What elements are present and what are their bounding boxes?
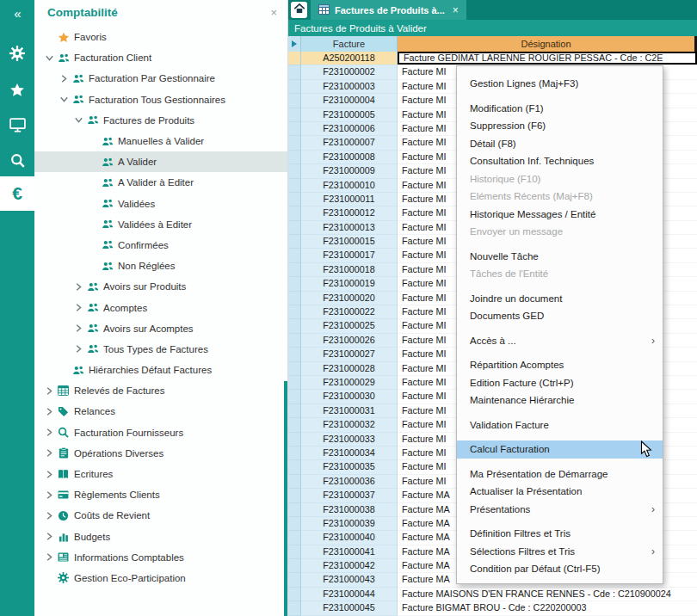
sidebar-item-acomptes[interactable]: Acomptes [34,297,287,317]
facture-cell[interactable]: F231000031 [301,404,398,418]
chevron-right-icon[interactable] [43,428,56,436]
facture-cell[interactable]: F231000019 [301,277,398,291]
settings-nav-button[interactable] [0,40,34,71]
facture-cell[interactable]: F231000015 [301,235,398,249]
row-selector-cell[interactable] [288,334,301,348]
sidebar-item-tous-types-de-factures[interactable]: Tous Types de Factures [34,339,287,360]
facture-cell[interactable]: A250200118 [301,52,398,65]
sidebar-item-facturation-client[interactable]: Facturation Client [34,47,287,68]
row-selector-cell[interactable] [288,503,301,517]
row-selector-cell[interactable] [288,52,301,65]
facture-cell[interactable]: F231000042 [301,559,398,573]
sidebar-item-facturation-tous-gestionnaires[interactable]: Facturation Tous Gestionnaires [34,89,287,110]
row-selector-cell[interactable] [288,517,301,531]
designation-cell[interactable]: Facture BIGMAT BROU - Cde : C220200003 [398,601,697,615]
row-selector-cell[interactable] [288,164,301,178]
row-selector-cell[interactable] [288,206,301,220]
chevron-right-icon[interactable] [43,553,56,561]
facture-cell[interactable]: F231000003 [301,80,398,94]
menu-item-condition-par-defaut-ctrl-f5[interactable]: Condition par Défaut (Ctrl-F5) [457,560,663,578]
sidebar-item-reglements-clients[interactable]: Règlements Clients [34,484,287,505]
row-selector-cell[interactable] [288,348,301,361]
sidebar-item-favoris[interactable]: Favoris [34,27,287,47]
menu-item-suppression-f6[interactable]: Suppression (F6) [457,117,663,135]
sidebar-item-hierarchies-defaut-factures[interactable]: Hiérarchies Défaut Factures [34,360,287,380]
row-selector-cell[interactable] [288,80,301,94]
facture-cell[interactable]: F231000036 [301,475,398,489]
menu-item-presentations[interactable]: Présentations› [457,501,663,519]
sidebar-item-avoirs-sur-produits[interactable]: Avoirs sur Produits [34,276,287,297]
sidebar-item-validees[interactable]: Validées [34,194,287,214]
chevron-right-icon[interactable] [43,408,56,416]
collapse-panel-button[interactable]: « [0,2,34,24]
sidebar-item-gestion-eco-participation[interactable]: Gestion Eco-Participation [34,568,287,588]
sidebar-scrollbar-thumb[interactable] [284,381,287,616]
chevron-right-icon[interactable] [43,449,56,457]
facture-cell[interactable]: F231000013 [301,221,398,235]
menu-item-validation-facture[interactable]: Validation Facture [457,416,663,434]
tab-close-icon[interactable]: × [453,4,459,16]
table-row[interactable]: F231000045Facture BIGMAT BROU - Cde : C2… [288,601,697,615]
sidebar-item-manuelles-a-valider[interactable]: Manuelles à Valider [34,131,287,151]
facture-cell[interactable]: F231000012 [301,206,398,220]
menu-item-historique-messages-entite[interactable]: Historique Messages / Entité [457,206,663,224]
select-all-header-cell[interactable] [288,36,301,52]
row-selector-cell[interactable] [288,122,301,136]
row-selector-cell[interactable] [288,319,301,333]
row-selector-cell[interactable] [288,108,301,122]
sidebar-item-avoirs-sur-acomptes[interactable]: Avoirs sur Acomptes [34,318,287,339]
facture-cell[interactable]: F231000038 [301,503,398,517]
row-selector-cell[interactable] [288,390,301,403]
sidebar-item-facturation-par-gestionnaire[interactable]: Facturation Par Gestionnaire [34,68,287,89]
menu-item-calcul-facturation[interactable]: Calcul Facturation [457,440,663,459]
row-selector-cell[interactable] [288,292,301,305]
column-header-designation[interactable]: Désignation [398,36,697,52]
facture-cell[interactable]: F231000017 [301,249,398,262]
sidebar-item-facturation-fournisseurs[interactable]: Facturation Fournisseurs [34,422,287,443]
facture-cell[interactable]: F231000045 [301,601,398,615]
facture-cell[interactable]: F231000028 [301,362,398,376]
facture-cell[interactable]: F231000005 [301,108,398,122]
favorites-nav-button[interactable] [0,76,34,107]
chevron-right-icon[interactable] [72,283,85,291]
facture-cell[interactable]: F231000004 [301,94,398,108]
sidebar-item-couts-de-revient[interactable]: Coûts de Revient [34,505,287,526]
row-selector-cell[interactable] [288,545,301,559]
row-selector-cell[interactable] [288,179,301,193]
row-selector-cell[interactable] [288,249,301,262]
row-selector-cell[interactable] [288,475,301,489]
sidebar-item-factures-de-produits[interactable]: Factures de Produits [34,110,287,131]
facture-cell[interactable]: F231000030 [301,390,398,403]
home-button[interactable] [291,2,307,18]
row-selector-cell[interactable] [288,65,301,79]
table-row[interactable]: A250200118Facture GEDIMAT LARENNE ROUGIE… [288,52,697,65]
row-selector-cell[interactable] [288,601,301,615]
facture-cell[interactable]: F231000037 [301,489,398,502]
row-selector-cell[interactable] [288,404,301,418]
sidebar-item-releves-de-factures[interactable]: Relevés de Factures [34,380,287,401]
accounting-nav-button[interactable]: € [0,176,34,211]
sidebar-item-informations-comptables[interactable]: Informations Comptables [34,547,287,568]
menu-item-nouvelle-tache[interactable]: Nouvelle Tâche [457,248,663,266]
sidebar-item-validees-a-editer[interactable]: Validées à Editer [34,214,287,235]
facture-cell[interactable]: F231000018 [301,263,398,277]
facture-cell[interactable]: F231000006 [301,122,398,136]
menu-item-consultation-inf-techniques[interactable]: Consultation Inf. Techniques [457,152,663,170]
row-selector-cell[interactable] [288,305,301,319]
chevron-right-icon[interactable] [43,491,56,499]
row-selector-cell[interactable] [288,362,301,376]
designation-cell[interactable]: Facture MAISONS D'EN FRANCE RENNES - Cde… [398,588,697,601]
menu-item-maintenance-hierarchie[interactable]: Maintenance Hiérarchie [457,391,663,410]
sidebar-item-confirmees[interactable]: Confirmées [34,235,287,256]
menu-item-acces-a[interactable]: Accès à ...› [457,332,663,350]
facture-cell[interactable]: F231000011 [301,193,398,206]
sidebar-item-operations-diverses[interactable]: Opérations Diverses [34,443,287,464]
row-selector-cell[interactable] [288,489,301,502]
row-selector-cell[interactable] [288,588,301,601]
facture-cell[interactable]: F231000039 [301,517,398,531]
facture-cell[interactable]: F231000043 [301,573,398,587]
chevron-right-icon[interactable] [43,387,56,395]
chevron-down-icon[interactable] [72,117,85,123]
menu-item-modification-f1[interactable]: Modification (F1) [457,100,663,118]
row-selector-cell[interactable] [288,193,301,206]
